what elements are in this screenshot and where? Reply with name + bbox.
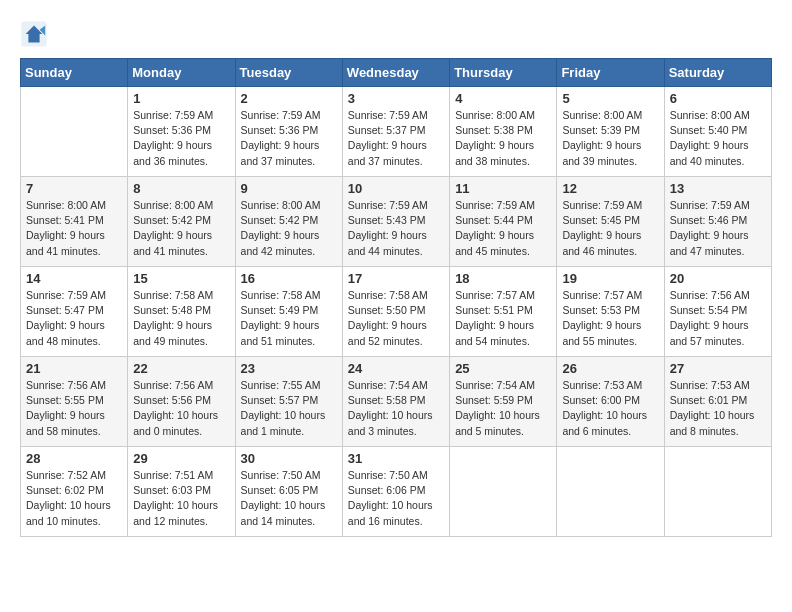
day-number: 1 (133, 91, 229, 106)
day-number: 4 (455, 91, 551, 106)
calendar-cell: 3Sunrise: 7:59 AM Sunset: 5:37 PM Daylig… (342, 87, 449, 177)
calendar-cell: 4Sunrise: 8:00 AM Sunset: 5:38 PM Daylig… (450, 87, 557, 177)
cell-info: Sunrise: 7:59 AM Sunset: 5:47 PM Dayligh… (26, 288, 122, 349)
cell-info: Sunrise: 8:00 AM Sunset: 5:41 PM Dayligh… (26, 198, 122, 259)
day-number: 29 (133, 451, 229, 466)
cell-info: Sunrise: 7:55 AM Sunset: 5:57 PM Dayligh… (241, 378, 337, 439)
calendar-cell: 13Sunrise: 7:59 AM Sunset: 5:46 PM Dayli… (664, 177, 771, 267)
day-number: 5 (562, 91, 658, 106)
calendar-cell: 25Sunrise: 7:54 AM Sunset: 5:59 PM Dayli… (450, 357, 557, 447)
day-number: 28 (26, 451, 122, 466)
cell-info: Sunrise: 7:50 AM Sunset: 6:05 PM Dayligh… (241, 468, 337, 529)
day-header-monday: Monday (128, 59, 235, 87)
calendar-week-row: 7Sunrise: 8:00 AM Sunset: 5:41 PM Daylig… (21, 177, 772, 267)
day-number: 10 (348, 181, 444, 196)
day-number: 26 (562, 361, 658, 376)
calendar-header-row: SundayMondayTuesdayWednesdayThursdayFrid… (21, 59, 772, 87)
day-number: 17 (348, 271, 444, 286)
cell-info: Sunrise: 7:58 AM Sunset: 5:50 PM Dayligh… (348, 288, 444, 349)
day-header-tuesday: Tuesday (235, 59, 342, 87)
calendar-cell: 16Sunrise: 7:58 AM Sunset: 5:49 PM Dayli… (235, 267, 342, 357)
day-number: 27 (670, 361, 766, 376)
day-number: 15 (133, 271, 229, 286)
calendar-cell: 17Sunrise: 7:58 AM Sunset: 5:50 PM Dayli… (342, 267, 449, 357)
day-number: 3 (348, 91, 444, 106)
calendar-cell: 18Sunrise: 7:57 AM Sunset: 5:51 PM Dayli… (450, 267, 557, 357)
calendar-cell: 14Sunrise: 7:59 AM Sunset: 5:47 PM Dayli… (21, 267, 128, 357)
cell-info: Sunrise: 7:52 AM Sunset: 6:02 PM Dayligh… (26, 468, 122, 529)
calendar-cell: 11Sunrise: 7:59 AM Sunset: 5:44 PM Dayli… (450, 177, 557, 267)
day-number: 9 (241, 181, 337, 196)
day-number: 30 (241, 451, 337, 466)
cell-info: Sunrise: 8:00 AM Sunset: 5:40 PM Dayligh… (670, 108, 766, 169)
day-number: 19 (562, 271, 658, 286)
cell-info: Sunrise: 7:51 AM Sunset: 6:03 PM Dayligh… (133, 468, 229, 529)
day-header-friday: Friday (557, 59, 664, 87)
day-header-thursday: Thursday (450, 59, 557, 87)
calendar-cell: 19Sunrise: 7:57 AM Sunset: 5:53 PM Dayli… (557, 267, 664, 357)
day-number: 31 (348, 451, 444, 466)
day-number: 22 (133, 361, 229, 376)
cell-info: Sunrise: 7:53 AM Sunset: 6:01 PM Dayligh… (670, 378, 766, 439)
calendar-cell: 30Sunrise: 7:50 AM Sunset: 6:05 PM Dayli… (235, 447, 342, 537)
calendar-cell: 29Sunrise: 7:51 AM Sunset: 6:03 PM Dayli… (128, 447, 235, 537)
calendar-week-row: 21Sunrise: 7:56 AM Sunset: 5:55 PM Dayli… (21, 357, 772, 447)
cell-info: Sunrise: 7:58 AM Sunset: 5:49 PM Dayligh… (241, 288, 337, 349)
day-header-saturday: Saturday (664, 59, 771, 87)
logo (20, 20, 52, 48)
calendar-week-row: 28Sunrise: 7:52 AM Sunset: 6:02 PM Dayli… (21, 447, 772, 537)
calendar-cell: 5Sunrise: 8:00 AM Sunset: 5:39 PM Daylig… (557, 87, 664, 177)
calendar-cell: 15Sunrise: 7:58 AM Sunset: 5:48 PM Dayli… (128, 267, 235, 357)
calendar-cell: 22Sunrise: 7:56 AM Sunset: 5:56 PM Dayli… (128, 357, 235, 447)
calendar-cell: 12Sunrise: 7:59 AM Sunset: 5:45 PM Dayli… (557, 177, 664, 267)
calendar-table: SundayMondayTuesdayWednesdayThursdayFrid… (20, 58, 772, 537)
calendar-cell: 27Sunrise: 7:53 AM Sunset: 6:01 PM Dayli… (664, 357, 771, 447)
cell-info: Sunrise: 7:50 AM Sunset: 6:06 PM Dayligh… (348, 468, 444, 529)
calendar-cell: 6Sunrise: 8:00 AM Sunset: 5:40 PM Daylig… (664, 87, 771, 177)
calendar-week-row: 14Sunrise: 7:59 AM Sunset: 5:47 PM Dayli… (21, 267, 772, 357)
cell-info: Sunrise: 7:59 AM Sunset: 5:44 PM Dayligh… (455, 198, 551, 259)
day-header-sunday: Sunday (21, 59, 128, 87)
cell-info: Sunrise: 8:00 AM Sunset: 5:42 PM Dayligh… (133, 198, 229, 259)
day-number: 16 (241, 271, 337, 286)
calendar-cell: 21Sunrise: 7:56 AM Sunset: 5:55 PM Dayli… (21, 357, 128, 447)
cell-info: Sunrise: 8:00 AM Sunset: 5:39 PM Dayligh… (562, 108, 658, 169)
cell-info: Sunrise: 8:00 AM Sunset: 5:42 PM Dayligh… (241, 198, 337, 259)
calendar-cell: 26Sunrise: 7:53 AM Sunset: 6:00 PM Dayli… (557, 357, 664, 447)
cell-info: Sunrise: 8:00 AM Sunset: 5:38 PM Dayligh… (455, 108, 551, 169)
cell-info: Sunrise: 7:54 AM Sunset: 5:58 PM Dayligh… (348, 378, 444, 439)
day-number: 11 (455, 181, 551, 196)
day-number: 20 (670, 271, 766, 286)
day-number: 2 (241, 91, 337, 106)
cell-info: Sunrise: 7:59 AM Sunset: 5:43 PM Dayligh… (348, 198, 444, 259)
day-number: 23 (241, 361, 337, 376)
calendar-cell (664, 447, 771, 537)
calendar-cell: 28Sunrise: 7:52 AM Sunset: 6:02 PM Dayli… (21, 447, 128, 537)
day-number: 14 (26, 271, 122, 286)
calendar-cell (21, 87, 128, 177)
cell-info: Sunrise: 7:57 AM Sunset: 5:53 PM Dayligh… (562, 288, 658, 349)
day-number: 12 (562, 181, 658, 196)
calendar-cell: 9Sunrise: 8:00 AM Sunset: 5:42 PM Daylig… (235, 177, 342, 267)
day-number: 6 (670, 91, 766, 106)
day-number: 18 (455, 271, 551, 286)
calendar-cell: 2Sunrise: 7:59 AM Sunset: 5:36 PM Daylig… (235, 87, 342, 177)
cell-info: Sunrise: 7:59 AM Sunset: 5:45 PM Dayligh… (562, 198, 658, 259)
cell-info: Sunrise: 7:56 AM Sunset: 5:56 PM Dayligh… (133, 378, 229, 439)
calendar-week-row: 1Sunrise: 7:59 AM Sunset: 5:36 PM Daylig… (21, 87, 772, 177)
page-header (20, 20, 772, 48)
cell-info: Sunrise: 7:59 AM Sunset: 5:37 PM Dayligh… (348, 108, 444, 169)
cell-info: Sunrise: 7:56 AM Sunset: 5:55 PM Dayligh… (26, 378, 122, 439)
calendar-cell: 24Sunrise: 7:54 AM Sunset: 5:58 PM Dayli… (342, 357, 449, 447)
calendar-cell: 10Sunrise: 7:59 AM Sunset: 5:43 PM Dayli… (342, 177, 449, 267)
calendar-cell: 23Sunrise: 7:55 AM Sunset: 5:57 PM Dayli… (235, 357, 342, 447)
cell-info: Sunrise: 7:57 AM Sunset: 5:51 PM Dayligh… (455, 288, 551, 349)
day-number: 8 (133, 181, 229, 196)
cell-info: Sunrise: 7:56 AM Sunset: 5:54 PM Dayligh… (670, 288, 766, 349)
day-number: 7 (26, 181, 122, 196)
cell-info: Sunrise: 7:59 AM Sunset: 5:36 PM Dayligh… (241, 108, 337, 169)
calendar-cell: 20Sunrise: 7:56 AM Sunset: 5:54 PM Dayli… (664, 267, 771, 357)
calendar-cell: 8Sunrise: 8:00 AM Sunset: 5:42 PM Daylig… (128, 177, 235, 267)
calendar-cell: 1Sunrise: 7:59 AM Sunset: 5:36 PM Daylig… (128, 87, 235, 177)
cell-info: Sunrise: 7:59 AM Sunset: 5:36 PM Dayligh… (133, 108, 229, 169)
